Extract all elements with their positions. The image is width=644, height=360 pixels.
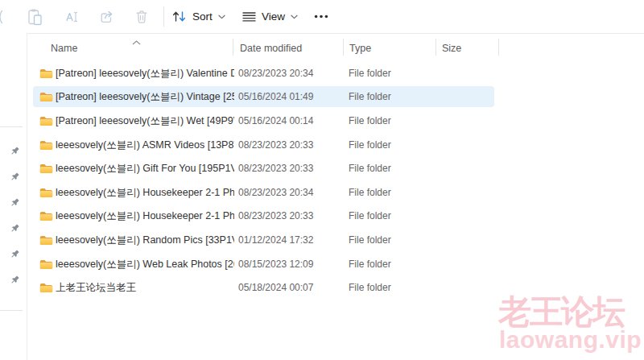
file-type: File folder	[349, 68, 391, 79]
file-type: File folder	[349, 282, 391, 293]
file-list-rows: [Patreon] leeesovely(쏘블리) Valentine D...…	[27, 61, 644, 300]
column-divider[interactable]	[343, 39, 344, 56]
file-name: leeesovely(쏘블리) Housekeeper 2-1 Pho...	[56, 209, 234, 223]
file-name: 上老王论坛当老王	[56, 281, 234, 295]
table-row[interactable]: leeesovely(쏘블리) Web Leak Photos [26...08…	[27, 252, 644, 276]
file-list: Name Date modified Type Size [Patreon] l…	[27, 33, 644, 360]
file-name: [Patreon] leeesovely(쏘블리) Valentine D...	[56, 66, 234, 80]
file-type: File folder	[349, 139, 391, 151]
column-header-name[interactable]: Name	[51, 43, 77, 54]
table-row[interactable]: leeesovely(쏘블리) Housekeeper 2-1 Pho...08…	[27, 180, 644, 205]
pin-icon[interactable]	[10, 222, 20, 233]
date-modified: 05/18/2024 00:07	[238, 282, 313, 293]
share-icon[interactable]	[100, 10, 114, 23]
sort-button[interactable]: Sort	[171, 0, 225, 33]
column-header-type[interactable]: Type	[349, 43, 371, 54]
folder-icon	[39, 139, 53, 151]
file-explorer-toolbar: Sort View	[0, 0, 644, 34]
folder-icon	[39, 259, 53, 270]
delete-icon[interactable]	[135, 10, 148, 24]
file-type: File folder	[349, 163, 391, 174]
folder-icon	[39, 91, 53, 102]
paste-icon[interactable]	[28, 8, 42, 25]
view-button[interactable]: View	[242, 0, 298, 33]
chevron-down-icon	[218, 14, 225, 19]
rename-icon[interactable]	[64, 10, 78, 23]
chevron-down-icon	[291, 14, 298, 19]
folder-icon	[39, 210, 53, 221]
date-modified: 08/23/2023 20:34	[238, 68, 313, 79]
more-options-icon	[314, 14, 328, 19]
folder-icon	[39, 282, 53, 293]
folder-icon	[39, 187, 53, 198]
file-name: leeesovely(쏘블리) Random Pics [33P1V-...	[56, 233, 234, 246]
column-divider[interactable]	[233, 39, 233, 56]
folder-icon	[39, 163, 53, 174]
file-name: leeesovely(쏘블리) Gift For You [195P1V-...	[56, 162, 234, 176]
table-row[interactable]: leeesovely(쏘블리) Gift For You [195P1V-...…	[27, 156, 644, 180]
date-modified: 05/16/2024 01:49	[238, 91, 313, 102]
date-modified: 08/23/2023 20:33	[238, 139, 313, 151]
file-type: File folder	[349, 259, 391, 270]
folder-icon	[39, 115, 53, 126]
nav-separator	[0, 126, 23, 127]
pin-icon[interactable]	[10, 171, 20, 181]
date-modified: 08/23/2023 20:33	[238, 163, 313, 174]
file-name: [Patreon] leeesovely(쏘블리) Wet [49P9V...	[56, 114, 234, 127]
sort-ascending-icon	[132, 34, 141, 48]
file-type: File folder	[349, 234, 391, 246]
column-header-size[interactable]: Size	[442, 43, 461, 54]
table-row[interactable]: [Patreon] leeesovely(쏘블리) Vintage [25...…	[27, 85, 644, 110]
file-explorer-window: Sort View	[0, 0, 644, 360]
file-name: leeesovely(쏘블리) ASMR Videos [13P8V-...	[56, 138, 234, 151]
file-name: leeesovely(쏘블리) Web Leak Photos [26...	[56, 257, 234, 271]
table-row[interactable]: [Patreon] leeesovely(쏘블리) Valentine D...…	[27, 61, 644, 85]
column-headers: Name Date modified Type Size	[27, 33, 644, 60]
pin-icon[interactable]	[10, 197, 20, 207]
date-modified: 08/15/2023 12:09	[238, 259, 313, 270]
file-type: File folder	[349, 115, 391, 126]
date-modified: 08/23/2023 20:34	[238, 187, 313, 198]
file-name: [Patreon] leeesovely(쏘블리) Vintage [25...	[56, 90, 234, 104]
view-icon	[242, 11, 256, 23]
view-label: View	[262, 10, 285, 23]
file-type: File folder	[349, 210, 391, 221]
pin-icon[interactable]	[10, 274, 20, 284]
column-header-date-modified[interactable]: Date modified	[240, 43, 302, 54]
table-row[interactable]: leeesovely(쏘블리) Housekeeper 2-1 Pho...08…	[27, 205, 644, 229]
folder-icon	[39, 234, 53, 246]
table-row[interactable]: leeesovely(쏘블리) ASMR Videos [13P8V-...08…	[27, 133, 644, 157]
date-modified: 08/23/2023 20:33	[238, 210, 313, 221]
column-divider[interactable]	[436, 39, 436, 56]
column-divider[interactable]	[498, 39, 499, 56]
table-row[interactable]: [Patreon] leeesovely(쏘블리) Wet [49P9V...0…	[27, 109, 644, 133]
date-modified: 01/12/2024 17:32	[238, 234, 313, 246]
file-type: File folder	[349, 91, 391, 102]
table-row[interactable]: leeesovely(쏘블리) Random Pics [33P1V-...01…	[27, 228, 644, 252]
table-row[interactable]: 上老王论坛当老王05/18/2024 00:07File folder	[27, 275, 644, 300]
pin-icon[interactable]	[10, 248, 20, 259]
date-modified: 05/16/2024 00:14	[238, 115, 313, 126]
file-type: File folder	[349, 187, 391, 198]
cut-icon[interactable]	[0, 10, 3, 23]
toolbar-divider	[163, 6, 164, 27]
folder-icon	[39, 68, 53, 79]
nav-separator	[0, 310, 23, 311]
sort-label: Sort	[192, 10, 213, 23]
navigation-pane-edge	[0, 33, 27, 360]
file-name: leeesovely(쏘블리) Housekeeper 2-1 Pho...	[56, 185, 234, 199]
sort-icon	[171, 10, 187, 23]
pin-icon[interactable]	[10, 145, 20, 155]
more-options-button[interactable]	[314, 0, 328, 33]
